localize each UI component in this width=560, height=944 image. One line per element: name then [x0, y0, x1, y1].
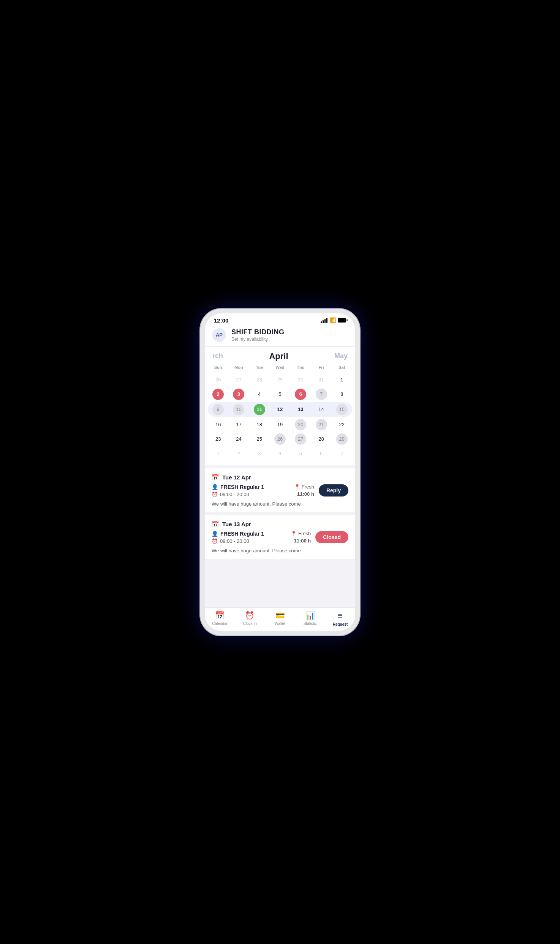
cal-cell[interactable]: 7 — [311, 387, 331, 402]
weekday-sat: Sat — [332, 364, 352, 371]
cal-cell[interactable]: 4 — [249, 387, 270, 402]
calendar-week-1: 26 27 28 29 30 31 1 — [205, 373, 355, 387]
cal-cell[interactable]: 8 — [332, 387, 352, 402]
cal-day: 2 — [233, 448, 244, 459]
month-nav: rch April May — [205, 347, 355, 364]
cal-cell[interactable]: 1 — [208, 446, 228, 461]
cal-day: 13 — [295, 404, 306, 415]
app-header: AP SHIFT BIDDING Set my availability — [205, 325, 355, 347]
cal-cell[interactable]: 26 — [208, 373, 228, 387]
cal-cell[interactable]: 22 — [332, 417, 352, 432]
shift-info-row-1: 👤 FRESH Regular 1 ⏰ 09:00 - 20:00 📍 Fres… — [212, 484, 348, 497]
cal-day: 28 — [254, 374, 265, 386]
shift-time-2: 09:00 - 20:00 — [220, 538, 249, 544]
nav-item-statistic[interactable]: 📊 Statistic — [295, 611, 325, 626]
cal-cell[interactable]: 26 — [270, 432, 290, 446]
cal-cell[interactable]: 31 — [311, 373, 331, 387]
cal-cell[interactable]: 15 — [332, 402, 352, 417]
cal-cell[interactable]: 16 — [208, 417, 228, 432]
nav-item-request[interactable]: ≡ Request — [325, 611, 355, 626]
cal-cell[interactable]: 18 — [249, 417, 270, 432]
nav-item-clockin[interactable]: ⏰ Clock-in — [235, 611, 265, 626]
cal-cell[interactable]: 29 — [332, 432, 352, 446]
cal-cell[interactable]: 20 — [290, 417, 311, 432]
cal-cell[interactable]: 4 — [270, 446, 290, 461]
cal-cell[interactable]: 23 — [208, 432, 228, 446]
header-text: SHIFT BIDDING Set my availability — [231, 328, 285, 342]
cal-day: 7 — [336, 448, 348, 459]
shift-right-1: 📍 Fresh 11:00 h — [294, 484, 314, 497]
person-icon-2: 👤 — [212, 531, 218, 537]
cal-cell[interactable]: 24 — [228, 432, 249, 446]
cal-day: 11 — [254, 404, 265, 415]
cal-cell[interactable]: 9 — [208, 402, 228, 417]
cal-cell[interactable]: 28 — [249, 373, 270, 387]
cal-day: 19 — [274, 419, 286, 430]
nav-label-statistic: Statistic — [304, 621, 317, 626]
shift-date-1: Tue 12 Apr — [222, 474, 251, 481]
app-subtitle: Set my availability — [231, 337, 285, 342]
cal-cell[interactable]: 28 — [311, 432, 331, 446]
location-row-1: 📍 Fresh — [294, 484, 314, 490]
cal-cell[interactable]: 7 — [332, 446, 352, 461]
cal-cell[interactable]: 29 — [270, 373, 290, 387]
cal-cell[interactable]: 25 — [249, 432, 270, 446]
cal-day: 3 — [233, 389, 244, 400]
status-icons: 📶 — [321, 317, 346, 323]
cal-day: 25 — [254, 433, 265, 445]
cal-day: 30 — [295, 374, 306, 386]
cal-cell[interactable]: 5 — [290, 446, 311, 461]
cal-cell[interactable]: 6 — [290, 387, 311, 402]
closed-button[interactable]: Closed — [315, 531, 348, 543]
battery-icon — [338, 318, 346, 323]
calendar-week-5: 23 24 25 26 27 28 29 — [205, 432, 355, 446]
cal-cell[interactable]: 17 — [228, 417, 249, 432]
shift-name-1: FRESH Regular 1 — [220, 484, 264, 490]
cal-cell[interactable]: 2 — [208, 387, 228, 402]
reply-button[interactable]: Reply — [319, 484, 348, 497]
status-bar: 12:00 📶 — [205, 313, 355, 325]
cal-day: 2 — [212, 389, 224, 400]
cal-cell[interactable]: 5 — [270, 387, 290, 402]
cal-cell[interactable]: 19 — [270, 417, 290, 432]
cal-cell[interactable]: 11 — [249, 402, 270, 417]
cal-day: 31 — [316, 374, 327, 386]
cal-day: 4 — [254, 389, 265, 400]
cal-cell[interactable]: 27 — [290, 432, 311, 446]
scroll-content[interactable]: rch April May Sun Mon Tue Wed Thu Fri Sa… — [205, 347, 355, 607]
weekday-mon: Mon — [228, 364, 249, 371]
nav-label-wallet: Wallet — [275, 621, 285, 626]
cal-cell[interactable]: 30 — [290, 373, 311, 387]
cal-cell[interactable]: 13 — [290, 402, 311, 417]
cal-cell[interactable]: 12 — [270, 402, 290, 417]
pin-icon: 📍 — [294, 484, 300, 490]
statistic-nav-icon: 📊 — [305, 611, 315, 620]
cal-day: 6 — [295, 389, 306, 400]
cal-cell[interactable]: 14 — [311, 402, 331, 417]
clockin-nav-icon: ⏰ — [245, 611, 255, 620]
shift-location-2: Fresh — [298, 531, 311, 536]
shift-date-2: Tue 13 Apr — [222, 521, 251, 527]
cal-cell[interactable]: 27 — [228, 373, 249, 387]
cal-cell[interactable]: 10 — [228, 402, 249, 417]
prev-month: rch — [212, 352, 223, 360]
cal-day: 27 — [233, 374, 244, 386]
cal-cell[interactable]: 21 — [311, 417, 331, 432]
cal-day: 20 — [295, 419, 306, 430]
calendar-week-6: 1 2 3 4 5 6 7 — [205, 446, 355, 461]
shift-location-1: Fresh — [302, 484, 314, 490]
cal-cell[interactable]: 2 — [228, 446, 249, 461]
cal-day: 28 — [316, 433, 327, 445]
pin-icon-2: 📍 — [291, 531, 297, 536]
cal-cell[interactable]: 1 — [332, 373, 352, 387]
cal-day: 23 — [212, 433, 224, 445]
nav-label-request: Request — [333, 622, 348, 626]
cal-cell[interactable]: 6 — [311, 446, 331, 461]
nav-item-wallet[interactable]: 💳 Wallet — [265, 611, 295, 626]
cal-cell[interactable]: 3 — [249, 446, 270, 461]
person-icon: 👤 — [212, 484, 218, 490]
weekday-fri: Fri — [311, 364, 331, 371]
cal-day: 22 — [336, 419, 348, 430]
cal-cell[interactable]: 3 — [228, 387, 249, 402]
nav-item-calendar[interactable]: 📅 Calendar — [205, 611, 235, 626]
